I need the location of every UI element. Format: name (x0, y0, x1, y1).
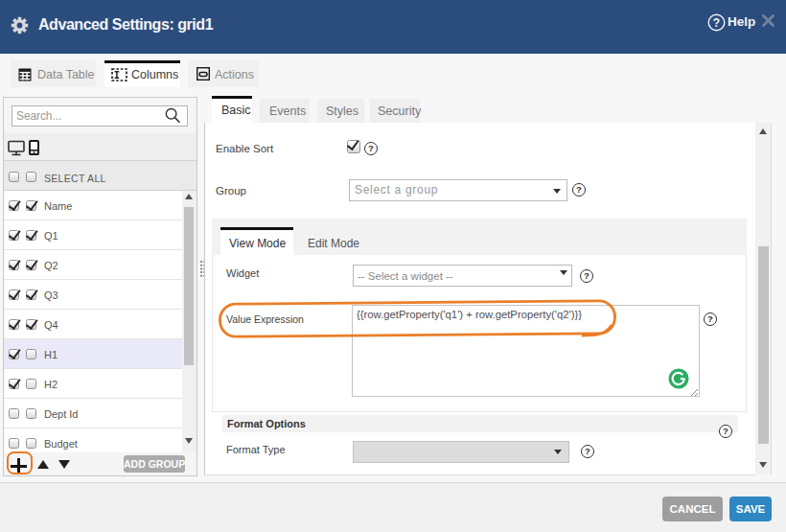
svg-text:?: ? (713, 16, 720, 30)
